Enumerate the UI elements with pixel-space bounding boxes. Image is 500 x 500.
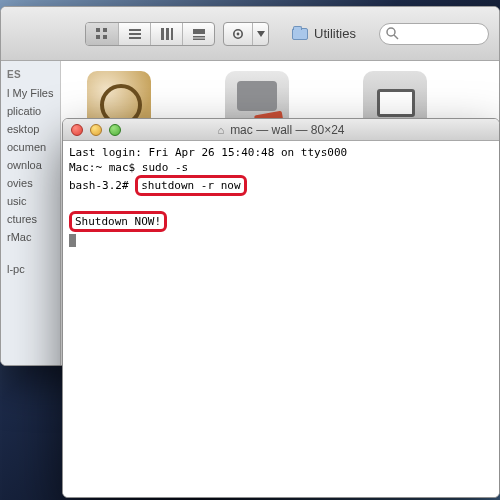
traffic-lights xyxy=(63,124,121,136)
sidebar-header: ES xyxy=(1,67,60,84)
terminal-cursor-row xyxy=(69,232,493,247)
svg-point-16 xyxy=(387,28,395,36)
highlight-shutdown-cmd: shutdown -r now xyxy=(135,175,246,196)
sidebar-item-downloads[interactable]: ownloa xyxy=(1,156,60,174)
finder-title: Utilities xyxy=(277,26,371,41)
finder-toolbar: Utilities xyxy=(1,7,499,61)
sidebar-item-airdrop[interactable]: rMac xyxy=(1,228,60,246)
svg-rect-2 xyxy=(96,35,100,39)
view-icon-button[interactable] xyxy=(86,23,118,45)
view-list-button[interactable] xyxy=(118,23,150,45)
svg-rect-10 xyxy=(193,29,205,34)
sidebar-item-documents[interactable]: ocumen xyxy=(1,138,60,156)
sidebar-item-desktop[interactable]: esktop xyxy=(1,120,60,138)
chevron-down-icon[interactable] xyxy=(252,23,268,45)
terminal-line-shutdown: bash-3.2# shutdown -r now xyxy=(69,175,493,196)
search-icon xyxy=(386,27,399,40)
close-button[interactable] xyxy=(71,124,83,136)
svg-point-14 xyxy=(237,32,240,35)
svg-rect-9 xyxy=(171,28,173,40)
svg-rect-5 xyxy=(129,33,141,35)
terminal-title: ⌂ mac — wall — 80×24 xyxy=(63,123,499,137)
finder-sidebar: ES l My Files plicatio esktop ocumen own… xyxy=(1,61,61,365)
view-coverflow-button[interactable] xyxy=(182,23,214,45)
terminal-titlebar: ⌂ mac — wall — 80×24 xyxy=(63,119,499,141)
terminal-line-broadcast: Shutdown NOW! xyxy=(69,211,493,232)
svg-rect-0 xyxy=(96,28,100,32)
terminal-title-text: mac — wall — 80×24 xyxy=(230,123,344,137)
svg-rect-8 xyxy=(166,28,169,40)
terminal-line-login: Last login: Fri Apr 26 15:40:48 on ttys0… xyxy=(69,145,493,160)
svg-line-17 xyxy=(394,35,398,39)
svg-rect-11 xyxy=(193,36,205,38)
svg-marker-15 xyxy=(257,31,265,37)
svg-rect-4 xyxy=(129,29,141,31)
terminal-window: ⌂ mac — wall — 80×24 Last login: Fri Apr… xyxy=(62,118,500,498)
zoom-button[interactable] xyxy=(109,124,121,136)
sidebar-item-applications[interactable]: plicatio xyxy=(1,102,60,120)
svg-rect-12 xyxy=(193,38,205,40)
finder-title-text: Utilities xyxy=(314,26,356,41)
sidebar-item-movies[interactable]: ovies xyxy=(1,174,60,192)
sidebar-item-pictures[interactable]: ctures xyxy=(1,210,60,228)
home-icon: ⌂ xyxy=(217,124,224,136)
action-menu[interactable] xyxy=(223,22,269,46)
view-mode-segmented xyxy=(85,22,215,46)
cursor-icon xyxy=(69,234,76,247)
svg-rect-7 xyxy=(161,28,164,40)
highlight-broadcast: Shutdown NOW! xyxy=(69,211,167,232)
terminal-line-blank xyxy=(69,196,493,211)
finder-search xyxy=(379,23,489,45)
folder-icon xyxy=(292,28,308,40)
minimize-button[interactable] xyxy=(90,124,102,136)
view-column-button[interactable] xyxy=(150,23,182,45)
sidebar-item-allmyfiles[interactable]: l My Files xyxy=(1,84,60,102)
svg-rect-1 xyxy=(103,28,107,32)
terminal-line-sudo: Mac:~ mac$ sudo -s xyxy=(69,160,493,175)
gear-icon[interactable] xyxy=(224,23,252,45)
sidebar-item-shared[interactable]: l-pc xyxy=(1,260,60,278)
sidebar-item-music[interactable]: usic xyxy=(1,192,60,210)
svg-rect-3 xyxy=(103,35,107,39)
terminal-body[interactable]: Last login: Fri Apr 26 15:40:48 on ttys0… xyxy=(63,141,499,497)
svg-rect-6 xyxy=(129,37,141,39)
